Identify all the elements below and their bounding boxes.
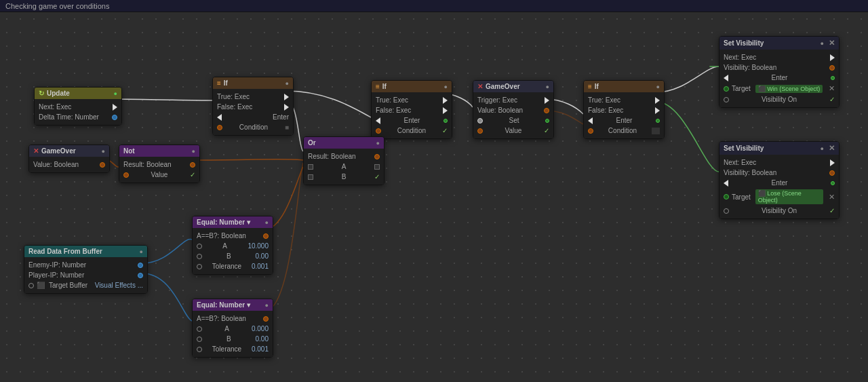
- readdata-body: Enemy-IP: Number Player-IP: Number ⬛ Tar…: [24, 257, 147, 293]
- sv2-vis-check: ✓: [829, 207, 835, 214]
- if2-cond-check: ✓: [442, 127, 448, 134]
- gameover1-header: ✕ GameOver ●: [473, 81, 553, 92]
- if1-cond: Condition ■: [213, 122, 293, 132]
- sv2-target-x[interactable]: ✕: [829, 193, 835, 202]
- eq1-a-val: 10.000: [248, 242, 269, 250]
- gameover1-pin: ●: [546, 83, 549, 90]
- if1-cond-port: [217, 125, 222, 130]
- sv2-vis-on: Visibility On ✓: [719, 206, 839, 216]
- equal1-pin: ●: [265, 219, 269, 226]
- eq2-result-port: [263, 316, 269, 322]
- if2-label: If: [382, 83, 387, 90]
- go1-set-port: [477, 118, 483, 123]
- if1-node: ≡ If ● True: Exec False: Exec Enter Cond…: [212, 77, 294, 136]
- eq1-result: A==B?: Boolean: [193, 231, 273, 241]
- eq2-tol: Tolerance 0.001: [193, 344, 273, 354]
- go1-set-dot: [545, 119, 549, 123]
- if3-true: True: Exec: [584, 95, 664, 105]
- update-header: ↻ Update ●: [35, 88, 121, 99]
- not-result-port: [190, 162, 195, 168]
- not-value-check: ✓: [190, 171, 195, 178]
- not-pin: ●: [192, 148, 195, 155]
- rd-enemy: Enemy-IP: Number: [24, 260, 147, 270]
- equal1-body: A==B?: Boolean A 10.000 B 0.00 Tolerance…: [193, 228, 273, 274]
- sv1-target-x[interactable]: ✕: [829, 84, 835, 93]
- if3-header: ≡ If ●: [584, 81, 664, 92]
- or-a-port: [308, 164, 313, 170]
- eq2-b: B 0.00: [193, 334, 273, 344]
- update-node: ↻ Update ● Next: Exec Delta Time: Number: [34, 87, 122, 126]
- if1-false: False: Exec: [213, 102, 293, 112]
- go1-value: Value: Boolean: [473, 105, 553, 115]
- not-node: Not ● Result: Boolean Value ✓: [119, 145, 200, 183]
- or-node: Or ● Result: Boolean A B ✓: [303, 136, 384, 185]
- if1-pin: ●: [285, 80, 289, 87]
- go1-val-check: ✓: [544, 127, 549, 134]
- setvis1-label: Set Visibility: [724, 39, 764, 47]
- eq2-a: A 0.000: [193, 324, 273, 334]
- if2-cond: Condition ✓: [372, 126, 452, 136]
- or-b: B ✓: [304, 172, 384, 182]
- if2-false: False: Exec: [372, 105, 452, 115]
- sv2-vis: Visibility: Boolean: [719, 168, 839, 178]
- if1-label: If: [224, 79, 228, 87]
- sv1-vis-on: Visibility On ✓: [719, 94, 839, 104]
- update-body: Next: Exec Delta Time: Number: [35, 99, 121, 125]
- if3-icon: ≡: [588, 83, 592, 90]
- readdata-header: Read Data From Buffer ●: [24, 246, 147, 257]
- if3-enter-dot: [656, 119, 660, 123]
- if2-node: ≡ If ● True: Exec False: Exec Enter Cond…: [371, 80, 452, 139]
- sv1-vis-port: [829, 65, 835, 71]
- if1-icon: ≡: [217, 79, 221, 87]
- eq2-b-val: 0.00: [256, 335, 269, 343]
- if1-header: ≡ If ●: [213, 77, 293, 89]
- sv1-enter-port: [724, 75, 728, 81]
- rd-player-port: [138, 273, 143, 278]
- update-icon: ↻: [39, 90, 44, 97]
- if1-true-port: [284, 94, 289, 100]
- if2-pin: ●: [444, 83, 448, 90]
- eq2-result: A==B?: Boolean: [193, 313, 273, 324]
- title-text: Checking game over conditions: [5, 2, 109, 10]
- equal1-label: Equal: Number ▾: [197, 218, 250, 226]
- if2-true-port: [443, 97, 448, 104]
- if2-body: True: Exec False: Exec Enter Condition ✓: [372, 92, 452, 138]
- sv1-vis: Visibility: Boolean: [719, 62, 839, 73]
- if2-header: ≡ If ●: [372, 81, 452, 92]
- rd-enemy-port: [138, 263, 143, 268]
- if3-true-port: [655, 97, 660, 104]
- eq2-b-port: [197, 337, 202, 342]
- if2-enter-dot: [443, 119, 448, 123]
- setvis1-header: Set Visibility ● ✕: [719, 37, 839, 50]
- gameover2-node: ✕ GameOver ● Value: Boolean: [28, 145, 110, 173]
- setvis2-close[interactable]: ✕: [829, 144, 835, 153]
- rd-buffer: ⬛ Target Buffer Visual Effects ...: [24, 280, 147, 290]
- eq1-result-port: [263, 233, 269, 239]
- or-result: Result: Boolean: [304, 151, 384, 161]
- or-b-port: [308, 174, 313, 180]
- gameover1-x-icon: ✕: [477, 83, 483, 90]
- or-result-port: [374, 154, 380, 159]
- gameover2-x-icon: ✕: [33, 147, 39, 155]
- if2-false-port: [443, 107, 448, 114]
- setvis1-close[interactable]: ✕: [829, 39, 835, 47]
- readdata-node: Read Data From Buffer ● Enemy-IP: Number…: [24, 245, 148, 294]
- sv1-enter: Enter: [719, 73, 839, 83]
- delta-port: [112, 115, 117, 120]
- readdata-pin: ●: [140, 248, 143, 255]
- eq1-a-port: [197, 244, 202, 249]
- gameover2-label: GameOver: [41, 147, 76, 155]
- equal2-pin: ●: [265, 302, 269, 309]
- next-exec-port: [113, 104, 117, 111]
- sv1-enter-dot: [831, 76, 835, 80]
- sv2-target-port: [724, 194, 729, 199]
- if2-cond-port: [376, 128, 381, 134]
- or-a: A: [304, 161, 384, 172]
- sv2-vis-on-port: [724, 208, 729, 214]
- canvas-area[interactable]: ↻ Update ● Next: Exec Delta Time: Number…: [0, 12, 868, 382]
- if1-enter: Enter: [213, 112, 293, 122]
- or-pin: ●: [376, 140, 380, 147]
- setvis1-body: Next: Exec Visibility: Boolean Enter Tar…: [719, 50, 839, 107]
- eq2-tol-port: [197, 347, 202, 352]
- if3-pin: ●: [656, 83, 660, 90]
